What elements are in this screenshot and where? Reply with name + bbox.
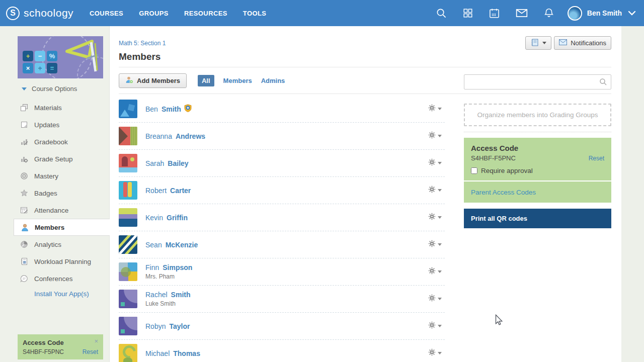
- member-avatar[interactable]: [119, 208, 137, 227]
- sidebar-item-badges[interactable]: Badges: [0, 185, 110, 202]
- course-nav-list: MaterialsUpdatesGradebookGrade SetupMast…: [0, 99, 110, 287]
- member-first-name: Breanna: [145, 132, 172, 140]
- sidebar-item-attendance[interactable]: Attendance: [0, 202, 110, 219]
- page-action-buttons: Notifications: [525, 36, 611, 50]
- logo-text: schoology: [24, 7, 73, 19]
- member-avatar[interactable]: [119, 100, 137, 118]
- member-last-name: Griffin: [167, 214, 188, 222]
- member-search-input[interactable]: [464, 74, 611, 89]
- member-name-link[interactable]: MichaelThomas: [145, 349, 200, 357]
- gear-icon: [428, 240, 436, 249]
- member-actions-dropdown[interactable]: [428, 104, 442, 114]
- member-first-name: Sarah: [145, 159, 164, 167]
- member-avatar[interactable]: [119, 262, 137, 281]
- sidebar-item-gradebook[interactable]: Gradebook: [0, 133, 110, 150]
- caret-down-icon: [438, 243, 442, 246]
- member-actions-dropdown[interactable]: [428, 186, 442, 195]
- member-name-link[interactable]: SeanMcKenzie: [145, 241, 198, 249]
- access-code-value: S4HBF-F5PNC: [471, 154, 516, 162]
- badges-icon: [20, 189, 29, 197]
- messages-icon[interactable]: [515, 7, 528, 20]
- member-actions-dropdown[interactable]: [428, 267, 442, 277]
- member-last-name: Simpson: [163, 263, 192, 272]
- course-options-dropdown[interactable]: Course Options: [22, 85, 77, 93]
- sidebar-item-workload-planning[interactable]: Workload Planning: [0, 253, 110, 270]
- member-name-link[interactable]: FinnSimpson: [145, 263, 192, 272]
- sidebar-item-conferences[interactable]: Conferences: [0, 270, 110, 287]
- sidebar-item-mastery[interactable]: Mastery: [0, 167, 110, 185]
- member-first-name: Rachel: [145, 291, 168, 299]
- member-actions-dropdown[interactable]: [428, 158, 442, 168]
- member-avatar[interactable]: [119, 290, 137, 308]
- notifications-bell-icon[interactable]: [543, 8, 554, 19]
- search-icon[interactable]: [436, 8, 447, 19]
- sidebar-item-members[interactable]: Members: [14, 219, 110, 236]
- member-avatar[interactable]: [119, 317, 137, 335]
- member-name-link[interactable]: RachelSmith: [145, 291, 190, 299]
- member-filter-tabs: AllMembersAdmins: [198, 75, 285, 86]
- parent-access-codes-link[interactable]: Parent Access Codes: [471, 189, 536, 196]
- access-code-reset-link[interactable]: Reset: [589, 155, 604, 162]
- organize-grading-groups-button[interactable]: Organize members into Grading Groups: [464, 104, 611, 126]
- member-avatar[interactable]: [119, 235, 137, 254]
- member-name-link[interactable]: BenSmith: [145, 104, 192, 114]
- calendar-icon[interactable]: [489, 8, 500, 19]
- member-name-link[interactable]: KevinGriffin: [145, 214, 188, 222]
- require-approval-checkbox[interactable]: [471, 167, 477, 174]
- member-avatar[interactable]: [119, 127, 137, 145]
- member-name-link[interactable]: RobertCarter: [145, 187, 191, 195]
- notifications-button[interactable]: Notifications: [554, 36, 611, 50]
- add-members-button[interactable]: Add Members: [119, 73, 187, 88]
- sidebar-item-updates[interactable]: Updates: [0, 116, 110, 133]
- nav-groups[interactable]: GROUPS: [139, 10, 169, 17]
- sidebar-item-materials[interactable]: Materials: [0, 99, 110, 116]
- gear-icon: [428, 294, 436, 304]
- filter-tab-admins[interactable]: Admins: [261, 77, 285, 84]
- member-actions-dropdown[interactable]: [428, 294, 442, 304]
- nav-tools[interactable]: TOOLS: [243, 10, 267, 17]
- nav-resources[interactable]: RESOURCES: [184, 10, 227, 17]
- member-avatar[interactable]: [119, 181, 137, 200]
- course-tools-dropdown-button[interactable]: [525, 36, 551, 50]
- sidebar-item-label: Attendance: [34, 207, 68, 214]
- sidebar-item-label: Workload Planning: [34, 258, 91, 265]
- member-actions-dropdown[interactable]: [428, 131, 442, 141]
- sidebar-item-analytics[interactable]: Analytics: [0, 236, 110, 253]
- member-name-link[interactable]: SarahBailey: [145, 159, 189, 167]
- member-actions-dropdown[interactable]: [428, 321, 442, 331]
- gear-icon: [428, 321, 436, 331]
- member-actions-dropdown[interactable]: [428, 240, 442, 249]
- member-last-name: McKenzie: [166, 241, 198, 249]
- access-code-reset-link[interactable]: Reset: [83, 348, 98, 355]
- sidebar-item-grade-setup[interactable]: Grade Setup: [0, 150, 110, 167]
- members-icon: [21, 223, 29, 232]
- course-thumbnail-math-tiles: + − % × ÷ =: [23, 51, 57, 73]
- search-icon[interactable]: [599, 78, 607, 88]
- schoology-logo[interactable]: S schoology: [6, 7, 73, 20]
- print-qr-codes-button[interactable]: Print all QR codes: [464, 209, 611, 228]
- divider: [119, 67, 611, 67]
- member-last-name: Taylor: [169, 322, 190, 330]
- filter-tab-all[interactable]: All: [198, 75, 214, 86]
- filter-tab-members[interactable]: Members: [223, 77, 252, 84]
- member-first-name: Ben: [145, 105, 158, 113]
- app-grid-icon[interactable]: [462, 8, 473, 19]
- member-row: MichaelThomas: [119, 340, 445, 362]
- member-avatar[interactable]: [119, 344, 137, 362]
- member-avatar[interactable]: [119, 154, 137, 172]
- member-actions-dropdown[interactable]: [428, 213, 442, 222]
- member-name-link[interactable]: RobynTaylor: [145, 322, 190, 330]
- member-actions-dropdown[interactable]: [428, 348, 442, 358]
- sidebar-item-label: Grade Setup: [34, 155, 73, 163]
- user-menu[interactable]: Ben Smith: [568, 6, 636, 21]
- notifications-label: Notifications: [571, 39, 606, 47]
- member-row: BenSmith: [119, 96, 445, 123]
- member-name-link[interactable]: BreannaAndrews: [145, 132, 205, 140]
- close-icon[interactable]: ×: [94, 339, 98, 344]
- caret-down-icon: [438, 352, 442, 354]
- nav-courses[interactable]: COURSES: [90, 10, 123, 17]
- access-code-title: Access Code: [471, 144, 604, 152]
- install-your-apps-link[interactable]: Install Your App(s): [34, 290, 89, 298]
- member-last-name: Carter: [170, 187, 191, 195]
- breadcrumb-course-link[interactable]: Math 5: Section 1: [119, 40, 166, 47]
